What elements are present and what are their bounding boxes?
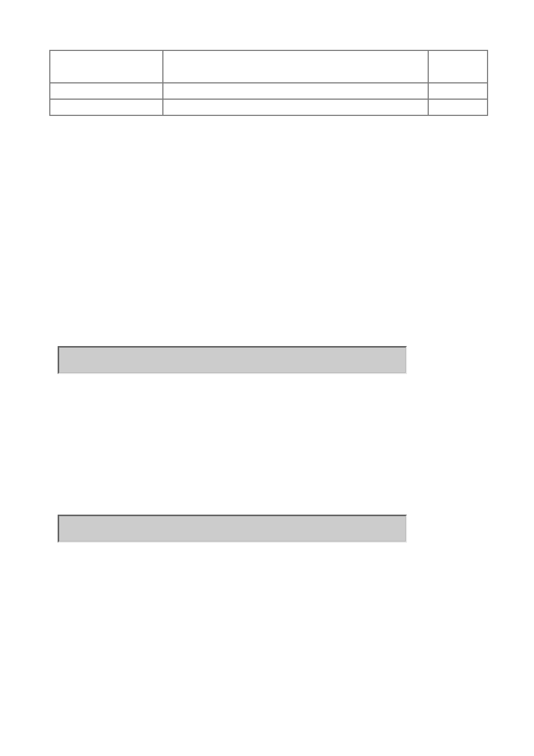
table-row — [50, 99, 488, 115]
table-header-cell — [50, 50, 163, 83]
table-cell — [50, 83, 163, 99]
table-row — [50, 83, 488, 99]
code-block — [58, 515, 407, 543]
table-header-cell — [163, 50, 428, 83]
table-cell — [428, 99, 488, 115]
page — [0, 0, 534, 756]
table-cell — [163, 99, 428, 115]
table-cell — [163, 83, 428, 99]
table-cell — [428, 83, 488, 99]
table-header-row — [50, 50, 488, 83]
code-block — [58, 346, 407, 374]
data-table — [49, 50, 488, 116]
table-header-cell — [428, 50, 488, 83]
table-cell — [50, 99, 163, 115]
